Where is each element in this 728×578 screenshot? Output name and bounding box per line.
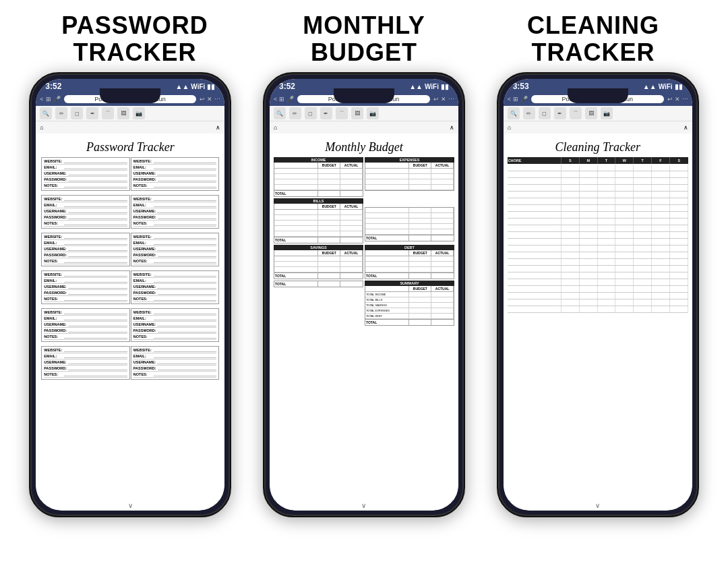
budget-row-2: BILLS BUDGET ACTUAL: [274, 198, 454, 243]
tool-pen-3[interactable]: ✏: [523, 107, 535, 119]
home-bar-2: ⌂ ∧: [270, 121, 458, 134]
cleaning-row-7: [508, 212, 688, 219]
phone-password-inner: 3:52 ▲▲ WiFi ▮▮ < ⊞ 🎤 Pocket: [36, 79, 224, 511]
tool-search-2[interactable]: 🔍: [274, 107, 286, 119]
cleaning-row-0: [508, 165, 688, 171]
home-bar-1: ⌂ ∧: [36, 121, 224, 134]
tool-image-3[interactable]: 🖼: [585, 107, 597, 119]
cleaning-row-16: [508, 272, 688, 279]
titles-row: PASSWORD TRACKER MONTHLY BUDGET CLEANING…: [0, 0, 728, 72]
budget-expenses: EXPENSES BUDGET ACTUAL: [365, 157, 454, 197]
cleaning-row-5: [508, 198, 688, 205]
cleaning-row-12: [508, 245, 688, 252]
cleaning-row-13: [508, 252, 688, 259]
tool-pen-1[interactable]: ✏: [55, 107, 67, 119]
phone-notch-2: [334, 88, 394, 103]
content-cleaning: Cleaning Tracker CHORE S M T W T F: [504, 134, 692, 500]
cleaning-row-3: [508, 185, 688, 192]
cleaning-row-17: [508, 279, 688, 286]
pw-group-5: WEBSITE: EMAIL: USERNAME: PASSWORD: NOTE…: [41, 308, 219, 342]
scroll-up-1[interactable]: ∧: [216, 124, 220, 131]
tool-search-1[interactable]: 🔍: [40, 107, 52, 119]
budget-bills: BILLS BUDGET ACTUAL: [274, 198, 363, 243]
status-time-2: 3:52: [279, 82, 295, 91]
cleaning-row-21: [508, 306, 688, 313]
cleaning-row-18: [508, 286, 688, 293]
tool-shape-1[interactable]: ⌒: [102, 107, 114, 119]
budget-savings: SAVINGS BUDGET ACTUAL: [274, 245, 363, 279]
budget-row-3: SAVINGS BUDGET ACTUAL: [274, 245, 454, 279]
scroll-down-1[interactable]: ∨: [36, 500, 224, 511]
cleaning-row-8: [508, 219, 688, 225]
budget-debt: DEBT BUDGET ACTUAL: [365, 245, 454, 279]
tool-shape-2[interactable]: ⌒: [336, 107, 348, 119]
home-icon-1[interactable]: ⌂: [40, 124, 43, 131]
cleaning-row-10: [508, 232, 688, 239]
cleaning-row-2: [508, 178, 688, 185]
pw-group-6: WEBSITE: EMAIL: USERNAME: PASSWORD: NOTE…: [41, 346, 219, 380]
cleaning-rows: [508, 165, 688, 313]
pw-group-4: WEBSITE: EMAIL: USERNAME: PASSWORD: NOTE…: [41, 270, 219, 304]
pw-group-2: WEBSITE: EMAIL: USERNAME: PASSWORD: NOTE…: [41, 195, 219, 229]
scroll-down-3[interactable]: ∨: [504, 500, 692, 511]
password-title: PASSWORD TRACKER: [34, 12, 236, 65]
status-time-1: 3:52: [45, 82, 61, 91]
budget-row-4: TOTAL SUMMARY BUDGET: [274, 281, 454, 326]
status-icons-3: ▲▲ WiFi ▮▮: [643, 83, 683, 90]
status-time-3: 3:53: [513, 82, 529, 91]
tool-camera-2[interactable]: 📷: [367, 107, 379, 119]
budget-title: MONTHLY BUDGET: [263, 12, 465, 65]
scroll-down-2[interactable]: ∨: [270, 500, 458, 511]
tool-image-2[interactable]: 🖼: [351, 107, 363, 119]
tool-bar-2: 🔍 ✏ ◻ ✒ ⌒ 🖼 📷: [270, 106, 458, 121]
tool-marker-2[interactable]: ✒: [320, 107, 332, 119]
cleaning-row-1: [508, 171, 688, 178]
status-icons-2: ▲▲ WiFi ▮▮: [409, 83, 449, 90]
cleaning-row-9: [508, 225, 688, 232]
budget-expenses-2: TOTAL: [365, 198, 454, 243]
tool-image-1[interactable]: 🖼: [117, 107, 129, 119]
phone-notch-1: [100, 88, 160, 103]
tool-camera-3[interactable]: 📷: [601, 107, 613, 119]
tool-pen-2[interactable]: ✏: [289, 107, 301, 119]
cleaning-row-20: [508, 299, 688, 306]
budget-summary: SUMMARY BUDGET ACTUAL TOTAL INCOME TOTAL…: [365, 281, 454, 326]
phone-notch-3: [568, 88, 628, 103]
phone-cleaning: 3:53 ▲▲ WiFi ▮▮ < ⊞ 🎤 Pocket Planner - B: [497, 72, 699, 517]
tool-eraser-1[interactable]: ◻: [71, 107, 83, 119]
tool-marker-3[interactable]: ✒: [554, 107, 566, 119]
budget-content: INCOME BUDGET ACTUAL: [272, 157, 456, 326]
budget-income: INCOME BUDGET ACTUAL: [274, 157, 363, 197]
scroll-up-3[interactable]: ∧: [684, 124, 688, 131]
content-password: Password Tracker WEBSITE: EMAIL: USERNAM…: [36, 134, 224, 500]
home-icon-2[interactable]: ⌂: [274, 124, 277, 131]
cleaning-title: CLEANING TRACKER: [492, 12, 694, 65]
phone-screen-2: 3:52 ▲▲ WiFi ▮▮ < ⊞ 🎤 Pocket Planner - B: [270, 79, 458, 511]
tool-marker-1[interactable]: ✒: [86, 107, 98, 119]
tool-search-3[interactable]: 🔍: [508, 107, 520, 119]
phone-cleaning-inner: 3:53 ▲▲ WiFi ▮▮ < ⊞ 🎤 Pocket Planner - B: [504, 79, 692, 511]
home-bar-3: ⌂ ∧: [504, 121, 692, 134]
home-icon-3[interactable]: ⌂: [508, 124, 511, 131]
pw-entry-1a: WEBSITE: EMAIL: USERNAME: PASSWORD: NOTE…: [41, 157, 130, 191]
phone-budget-inner: 3:52 ▲▲ WiFi ▮▮ < ⊞ 🎤 Pocket Planner - B: [270, 79, 458, 511]
tool-camera-1[interactable]: 📷: [133, 107, 145, 119]
planner-title-2: Monthly Budget: [272, 136, 456, 157]
tool-eraser-2[interactable]: ◻: [305, 107, 317, 119]
scroll-up-2[interactable]: ∧: [450, 124, 454, 131]
phone-password: 3:52 ▲▲ WiFi ▮▮ < ⊞ 🎤 Pocket: [29, 72, 231, 517]
status-icons-1: ▲▲ WiFi ▮▮: [176, 83, 216, 90]
tool-eraser-3[interactable]: ◻: [539, 107, 551, 119]
budget-row-1: INCOME BUDGET ACTUAL: [274, 157, 454, 197]
cleaning-row-6: [508, 205, 688, 212]
pw-group-3: WEBSITE: EMAIL: USERNAME: PASSWORD: NOTE…: [41, 233, 219, 266]
tool-shape-3[interactable]: ⌒: [570, 107, 582, 119]
cleaning-row-19: [508, 293, 688, 299]
tool-bar-1: 🔍 ✏ ◻ ✒ ⌒ 🖼 📷: [36, 106, 224, 121]
pw-group-1: WEBSITE: EMAIL: USERNAME: PASSWORD: NOTE…: [41, 157, 219, 191]
planner-title-3: Cleaning Tracker: [506, 136, 690, 157]
pw-entry-1b: WEBSITE: EMAIL: USERNAME: PASSWORD: NOTE…: [131, 157, 220, 191]
tool-bar-3: 🔍 ✏ ◻ ✒ ⌒ 🖼 📷: [504, 106, 692, 121]
phone-screen-3: 3:53 ▲▲ WiFi ▮▮ < ⊞ 🎤 Pocket Planner - B: [504, 79, 692, 511]
phone-budget: 3:52 ▲▲ WiFi ▮▮ < ⊞ 🎤 Pocket Planner - B: [263, 72, 465, 517]
